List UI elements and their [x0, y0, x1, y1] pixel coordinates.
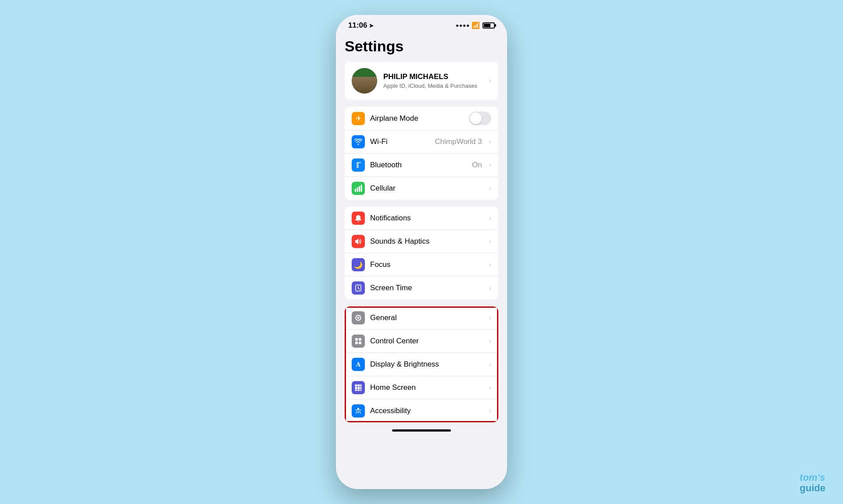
- airplane-mode-icon: ✈: [352, 112, 365, 125]
- accessibility-chevron: ›: [489, 407, 491, 415]
- svg-rect-7: [355, 338, 358, 341]
- svg-rect-19: [360, 390, 362, 391]
- avatar-face: [352, 68, 377, 94]
- display-brightness-chevron: ›: [489, 360, 491, 368]
- general-group: General › Control Center ›: [345, 306, 498, 422]
- display-brightness-icon: A: [352, 358, 365, 371]
- battery-icon: [483, 22, 495, 29]
- sounds-haptics-row[interactable]: Sounds & Haptics ›: [345, 230, 498, 253]
- signal-dot-4: [467, 25, 469, 27]
- screen-time-chevron: ›: [489, 284, 491, 292]
- profile-row[interactable]: PHILIP MICHAELS Apple ID, iCloud, Media …: [345, 62, 498, 100]
- airplane-mode-row[interactable]: ✈ Airplane Mode: [345, 107, 498, 130]
- screen-time-row[interactable]: Screen Time ›: [345, 277, 498, 299]
- wifi-row[interactable]: Wi-Fi ChimpWorld 3 ›: [345, 130, 498, 154]
- svg-rect-11: [355, 385, 357, 387]
- control-center-icon: [352, 335, 365, 348]
- avatar-hat: [352, 68, 377, 77]
- profile-subtitle: Apple ID, iCloud, Media & Purchases: [383, 83, 483, 89]
- control-center-label: Control Center: [370, 337, 484, 346]
- home-indicator: [392, 429, 451, 432]
- cellular-row[interactable]: Cellular ›: [345, 177, 498, 200]
- location-icon: ➤: [369, 22, 374, 29]
- sounds-haptics-label: Sounds & Haptics: [370, 237, 484, 246]
- general-row[interactable]: General ›: [345, 306, 498, 330]
- svg-rect-3: [361, 185, 362, 192]
- svg-rect-9: [355, 342, 358, 344]
- svg-rect-0: [355, 189, 356, 192]
- page-title: Settings: [345, 33, 498, 62]
- svg-rect-8: [359, 338, 361, 341]
- status-time: 11:06 ➤: [348, 21, 374, 30]
- toms-guide-watermark: tom's guide: [800, 472, 825, 493]
- sounds-haptics-icon: [352, 235, 365, 248]
- svg-rect-2: [359, 186, 360, 192]
- svg-rect-1: [357, 187, 358, 192]
- status-icons: 📶: [456, 22, 495, 29]
- toggle-knob: [470, 112, 482, 124]
- screen-time-icon: [352, 281, 365, 295]
- wifi-status-icon: 📶: [472, 22, 480, 29]
- status-bar: 11:06 ➤ 📶: [336, 15, 507, 33]
- profile-name: PHILIP MICHAELS: [383, 72, 483, 81]
- notifications-icon: [352, 212, 365, 225]
- signal-dots: [456, 25, 469, 27]
- cellular-label: Cellular: [370, 184, 484, 193]
- bluetooth-row[interactable]: ℾ Bluetooth On ›: [345, 154, 498, 177]
- wifi-value: ChimpWorld 3: [435, 137, 482, 146]
- home-screen-row[interactable]: Home Screen ›: [345, 376, 498, 400]
- bluetooth-value: On: [472, 161, 482, 169]
- notifications-row[interactable]: Notifications ›: [345, 207, 498, 230]
- home-screen-label: Home Screen: [370, 383, 484, 392]
- cellular-icon: [352, 182, 365, 195]
- bluetooth-chevron: ›: [489, 161, 491, 169]
- focus-label: Focus: [370, 260, 484, 269]
- svg-rect-13: [360, 385, 362, 387]
- focus-row[interactable]: 🌙 Focus ›: [345, 253, 498, 277]
- profile-chevron: ›: [489, 77, 491, 85]
- cellular-chevron: ›: [489, 184, 491, 192]
- svg-rect-12: [358, 385, 360, 387]
- bluetooth-label: Bluetooth: [370, 161, 467, 169]
- signal-dot-2: [460, 25, 462, 27]
- focus-icon: 🌙: [352, 258, 365, 271]
- settings-content: Settings PHILIP MICHAELS Apple ID, iClou…: [336, 33, 507, 486]
- wifi-icon: [352, 135, 365, 148]
- svg-rect-18: [358, 390, 360, 391]
- battery-fill: [484, 24, 490, 27]
- profile-info: PHILIP MICHAELS Apple ID, iCloud, Media …: [383, 72, 483, 89]
- notifications-group: Notifications › Sounds & Haptics › 🌙 F: [345, 207, 498, 299]
- sounds-haptics-chevron: ›: [489, 238, 491, 245]
- home-screen-icon: [352, 381, 365, 394]
- svg-point-6: [357, 317, 359, 319]
- airplane-mode-label: Airplane Mode: [370, 114, 464, 123]
- notifications-label: Notifications: [370, 214, 484, 223]
- bluetooth-icon: ℾ: [352, 158, 365, 172]
- wifi-label: Wi-Fi: [370, 137, 429, 146]
- connectivity-group: ✈ Airplane Mode Wi-Fi ChimpWorld 3: [345, 107, 498, 200]
- svg-rect-14: [355, 387, 357, 389]
- avatar: [352, 68, 377, 94]
- home-screen-chevron: ›: [489, 384, 491, 392]
- svg-rect-15: [358, 387, 360, 389]
- signal-dot-1: [456, 25, 458, 27]
- profile-card[interactable]: PHILIP MICHAELS Apple ID, iCloud, Media …: [345, 62, 498, 100]
- svg-rect-10: [359, 342, 361, 344]
- control-center-chevron: ›: [489, 337, 491, 345]
- accessibility-row[interactable]: Accessibility ›: [345, 400, 498, 422]
- control-center-row[interactable]: Control Center ›: [345, 330, 498, 353]
- notifications-chevron: ›: [489, 214, 491, 222]
- general-label: General: [370, 313, 484, 322]
- signal-dot-3: [463, 25, 465, 27]
- accessibility-label: Accessibility: [370, 407, 484, 415]
- focus-chevron: ›: [489, 261, 491, 269]
- display-brightness-label: Display & Brightness: [370, 360, 484, 369]
- wifi-chevron: ›: [489, 138, 491, 146]
- time-display: 11:06: [348, 21, 367, 30]
- accessibility-icon: [352, 404, 365, 418]
- screen-time-label: Screen Time: [370, 284, 484, 292]
- display-brightness-row[interactable]: A Display & Brightness ›: [345, 353, 498, 376]
- phone-frame: 11:06 ➤ 📶 Settings: [336, 15, 507, 489]
- general-icon: [352, 311, 365, 324]
- airplane-mode-toggle[interactable]: [469, 112, 491, 125]
